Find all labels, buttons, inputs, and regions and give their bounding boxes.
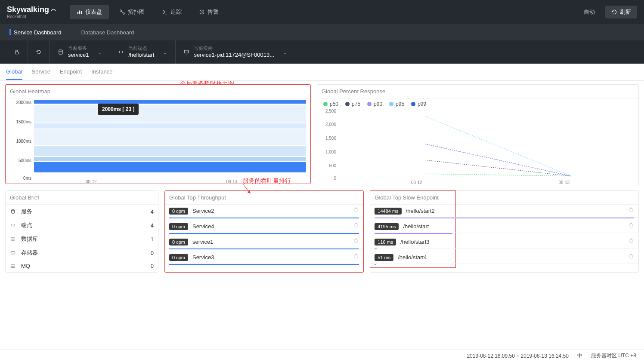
endpoint-name: /hello/start2 xyxy=(406,208,435,214)
throughput-item[interactable]: 0 cpmService2 xyxy=(165,205,363,218)
x-tick: 08-12 xyxy=(411,180,422,185)
scope-endpoint[interactable]: Endpoint xyxy=(60,64,82,80)
svg-rect-38 xyxy=(355,239,357,242)
brief-panel: Global Brief 服务4端点4数据库1存储器0MQ0 xyxy=(5,190,158,273)
slow-item[interactable]: 51 ms/hello/start4 xyxy=(370,251,638,264)
progress-bar xyxy=(375,248,634,249)
logo: Skywalking Rocketbot xyxy=(7,5,57,19)
throughput-item[interactable]: 0 cpmService4 xyxy=(165,220,363,233)
refresh-icon xyxy=(611,9,617,15)
copy-icon[interactable] xyxy=(628,238,634,245)
instance-selector[interactable]: 当前实例service1-pid:11724@SF00013... ⌄ xyxy=(176,40,295,64)
ms-badge: 51 ms xyxy=(375,254,393,261)
cpm-badge: 0 cpm xyxy=(169,239,188,245)
brief-value: 4 xyxy=(151,222,154,229)
brief-list: 服务4端点4数据库1存储器0MQ0 xyxy=(6,205,158,272)
throughput-item[interactable]: 0 cpmservice1 xyxy=(165,236,363,248)
progress-bar xyxy=(169,218,359,218)
progress-bar xyxy=(375,233,634,234)
slow-list: 14484 ms/hello/start24195 ms/hello/start… xyxy=(370,205,638,265)
legend-p75: p75 xyxy=(345,101,360,107)
copy-icon[interactable] xyxy=(353,238,359,245)
copy-icon[interactable] xyxy=(353,223,359,230)
x-tick: 08-13 xyxy=(558,180,570,185)
dashboard-icon xyxy=(77,9,83,15)
svg-line-9 xyxy=(202,12,203,12)
y-tick: 2,500 xyxy=(325,109,336,114)
brief-value: 4 xyxy=(151,209,154,215)
endpoint-selector[interactable]: 当前端点/hello/start ⌄ xyxy=(110,40,176,64)
time-range[interactable]: 2019-08-12 16:09:50 ~ 2019-08-13 16:24:5… xyxy=(467,353,569,359)
response-legend: p50 p75 p90 p95 p99 xyxy=(317,98,638,110)
svg-rect-12 xyxy=(185,50,189,53)
y-tick: 500 xyxy=(329,163,336,168)
tab-database-dashboard[interactable]: Database Dashboard xyxy=(78,28,138,37)
y-tick: 1500ms xyxy=(16,120,31,124)
copy-icon[interactable] xyxy=(353,254,359,261)
svg-rect-36 xyxy=(355,224,357,227)
endpoint-name: /hello/start3 xyxy=(400,239,429,245)
heatmap-chart[interactable]: 2000ms 1500ms 1000ms 500ms 0ms 2000ms [ … xyxy=(34,100,306,178)
throughput-panel: Global Top Throughput 0 cpmService20 cpm… xyxy=(164,190,364,273)
chevron-down-icon: ⌄ xyxy=(283,49,288,55)
lang-toggle[interactable]: 中 xyxy=(577,352,582,359)
auto-toggle[interactable]: 自动 xyxy=(578,6,601,18)
lock-button[interactable] xyxy=(6,40,28,64)
ms-badge: 14484 ms xyxy=(375,208,401,215)
database-icon xyxy=(58,49,64,55)
response-panel: Global Percent Response p50 p75 p90 p95 … xyxy=(317,84,639,185)
y-tick: 0 xyxy=(334,176,336,181)
y-tick: 500ms xyxy=(19,158,31,163)
monitor-icon xyxy=(183,49,189,55)
svg-point-30 xyxy=(12,252,12,253)
slow-item[interactable]: 14484 ms/hello/start2 xyxy=(370,205,638,218)
legend-p95: p95 xyxy=(389,101,404,107)
slow-item[interactable]: 116 ms/hello/start3 xyxy=(370,236,638,248)
brief-title: Global Brief xyxy=(6,191,158,205)
instance-label: 当前实例 xyxy=(194,45,274,51)
service-name: Service4 xyxy=(192,223,214,230)
tab-service-dashboard[interactable]: Service Dashboard xyxy=(6,28,65,37)
brief-value: 0 xyxy=(151,250,154,256)
brief-value: 1 xyxy=(151,236,154,242)
nav-dashboard[interactable]: 仪表盘 xyxy=(70,5,109,19)
nav-topology-label: 拓扑图 xyxy=(128,8,145,16)
reload-selectors-button[interactable] xyxy=(28,40,50,64)
svg-rect-34 xyxy=(355,208,357,212)
y-tick: 1,500 xyxy=(325,136,336,141)
scope-global[interactable]: Global xyxy=(6,64,22,80)
brief-row: MQ0 xyxy=(6,260,158,272)
slow-item[interactable]: 4195 ms/hello/start xyxy=(370,220,638,233)
heatmap-row xyxy=(34,129,306,145)
copy-icon[interactable] xyxy=(628,223,634,230)
nav-topology[interactable]: 拓扑图 xyxy=(112,5,152,19)
endpoint-value: /hello/start xyxy=(128,52,154,59)
service-name: service1 xyxy=(192,239,213,245)
lock-icon xyxy=(14,49,20,55)
logo-arc-icon xyxy=(50,6,57,13)
heatmap-row xyxy=(34,100,306,104)
brief-row: 端点4 xyxy=(6,218,158,232)
y-tick: 0ms xyxy=(23,176,31,181)
svg-rect-40 xyxy=(355,255,357,258)
heatmap-row xyxy=(34,105,306,123)
scope-instance[interactable]: Instance xyxy=(91,64,112,80)
heatmap-title: Global Heatmap xyxy=(6,85,310,98)
scope-service[interactable]: Service xyxy=(32,64,50,80)
heatmap-row xyxy=(34,123,306,129)
content-area: 全局服务耗时热力图 Global Heatmap 2000ms 1500ms 1… xyxy=(0,81,644,276)
response-chart[interactable]: 2,500 2,000 1,500 1,000 500 0 xyxy=(338,110,630,178)
copy-icon[interactable] xyxy=(628,207,634,215)
svg-point-11 xyxy=(59,50,62,52)
nav-trace[interactable]: 追踪 xyxy=(155,5,189,19)
throughput-item[interactable]: 0 cpmService3 xyxy=(165,251,363,264)
copy-icon[interactable] xyxy=(353,207,359,215)
alarm-icon xyxy=(199,9,205,15)
svg-line-5 xyxy=(121,11,124,13)
nav-alarm[interactable]: 告警 xyxy=(192,5,226,19)
service-selector[interactable]: 当前服务service1 ⌄ xyxy=(50,40,110,64)
menu-icon xyxy=(10,263,16,269)
copy-icon[interactable] xyxy=(628,254,634,261)
refresh-button[interactable]: 刷新 xyxy=(605,6,637,18)
list-icon xyxy=(10,236,16,242)
